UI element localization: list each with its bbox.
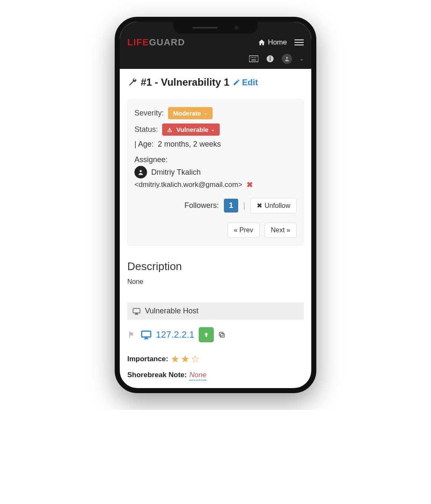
chevron-down-icon[interactable]: ⌄ (300, 56, 304, 62)
home-link[interactable]: Home (258, 38, 287, 47)
svg-rect-14 (142, 331, 151, 337)
next-button[interactable]: Next » (265, 223, 297, 238)
phone-notch (173, 22, 258, 34)
age-label: | Age: (134, 140, 154, 149)
svg-rect-1 (251, 57, 252, 58)
svg-point-10 (139, 170, 142, 172)
host-section-label: Vulnerable Host (145, 307, 198, 315)
chevron-down-icon: ⌄ (204, 110, 208, 116)
wrench-icon (127, 77, 137, 87)
importance-label: Importance: (127, 355, 168, 363)
svg-rect-17 (221, 333, 224, 337)
svg-rect-13 (135, 314, 138, 315)
svg-rect-0 (249, 56, 258, 62)
page-title-row: #1 - Vulnerability 1 Edit (127, 76, 304, 88)
svg-rect-12 (136, 313, 138, 314)
severity-label: Severity: (134, 109, 164, 118)
copy-icon[interactable] (218, 331, 226, 339)
shorebreak-note-label: Shorebreak Note: (127, 371, 187, 381)
description-body: None (127, 278, 304, 286)
svg-rect-15 (145, 338, 148, 339)
severity-value: Moderate (173, 110, 201, 117)
status-value: Vulnerable (176, 126, 208, 133)
severity-dropdown[interactable]: Moderate ⌄ (168, 107, 213, 119)
status-dropdown[interactable]: Vulnerable ⌄ (162, 123, 220, 136)
followers-count[interactable]: 1 (224, 199, 238, 213)
status-label: Status: (134, 125, 158, 134)
svg-rect-18 (219, 332, 223, 336)
svg-rect-4 (255, 57, 256, 58)
menu-icon[interactable] (294, 39, 304, 45)
prev-button[interactable]: « Prev (228, 223, 260, 238)
assignee-name: Dmitriy Tkalich (151, 168, 201, 177)
flag-icon[interactable] (127, 330, 137, 339)
svg-rect-5 (252, 60, 256, 60)
followers-label: Followers: (184, 201, 219, 210)
svg-rect-16 (144, 339, 149, 339)
details-panel: Severity: Moderate ⌄ Status: Vulnerable … (127, 99, 304, 246)
home-icon (258, 39, 265, 46)
upload-button[interactable] (199, 327, 214, 342)
host-section-header: Vulnerable Host (127, 302, 304, 320)
monitor-icon (141, 330, 152, 339)
page-title: #1 - Vulnerability 1 (141, 76, 229, 88)
importance-stars[interactable]: ★★☆ (171, 353, 201, 365)
close-icon: ✖ (257, 202, 262, 210)
unfollow-button[interactable]: ✖ Unfollow (250, 198, 297, 213)
user-avatar[interactable] (282, 54, 292, 64)
assignee-email: <dmitriy.tkalich.work@gmail.com> (134, 181, 242, 189)
age-value: 2 months, 2 weeks (158, 140, 221, 149)
home-label: Home (268, 38, 287, 47)
divider: | (243, 201, 245, 210)
shorebreak-note-value[interactable]: None (189, 371, 207, 381)
host-ip-link[interactable]: 127.2.2.1 (156, 329, 194, 340)
edit-link[interactable]: Edit (233, 78, 258, 87)
remove-assignee-button[interactable]: ✖ (247, 180, 253, 189)
svg-point-9 (286, 57, 288, 59)
assignee-label: Assignee: (134, 155, 297, 164)
monitor-icon (132, 307, 141, 315)
svg-rect-3 (254, 57, 255, 58)
info-icon[interactable] (266, 55, 274, 63)
svg-rect-7 (270, 58, 271, 60)
description-heading: Description (127, 260, 304, 273)
app-logo: LIFEGUARD (127, 37, 185, 48)
chevron-down-icon: ⌄ (211, 127, 215, 132)
edit-label: Edit (242, 78, 258, 87)
svg-point-8 (270, 57, 271, 58)
keyboard-icon[interactable] (249, 55, 258, 62)
warning-icon (167, 126, 174, 133)
svg-rect-2 (252, 57, 253, 58)
assignee-avatar (134, 166, 147, 178)
pencil-icon (233, 79, 240, 86)
svg-rect-11 (133, 308, 140, 313)
